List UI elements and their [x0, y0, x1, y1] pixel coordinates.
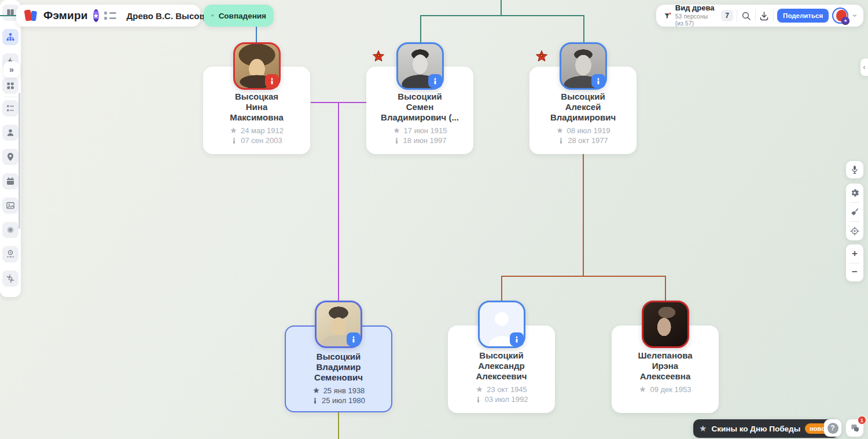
person-name-line: Семен: [366, 102, 473, 112]
connector-line: [583, 15, 584, 45]
sidebar-item-dna[interactable]: [2, 270, 19, 287]
birth-star-icon: [556, 127, 564, 134]
birth-star-icon: [639, 386, 646, 393]
question-icon: ?: [827, 423, 838, 434]
sidebar-item-fan-chart[interactable]: [2, 222, 19, 238]
skins-label: Скины ко Дню Победы: [711, 425, 800, 433]
sidebar-expand-button[interactable]: »: [3, 61, 20, 78]
death-date: 18 июн 1997: [403, 136, 447, 145]
sidebar-item-person[interactable]: [2, 125, 19, 141]
view-title: Вид древа: [675, 4, 718, 13]
header-view-pill: Вид древа 53 персоны (из 57) 7 Поделитьс…: [656, 5, 863, 27]
broom-icon: [849, 207, 860, 217]
person-name-line: Высоцкий: [529, 92, 637, 102]
person-name-line: Ирэна: [612, 361, 719, 371]
sidebar-scrollbar[interactable]: [19, 93, 20, 229]
red-star-skin-icon: [535, 50, 549, 64]
lists-icon: [5, 103, 16, 114]
photos-icon: [5, 200, 16, 211]
birth-date: 08 июл 1919: [567, 126, 610, 135]
sidebar-item-family-tree[interactable]: [2, 29, 19, 45]
deceased-candle-badge: [591, 74, 605, 88]
calendar-icon: [5, 176, 16, 186]
filter-funnel-icon[interactable]: [663, 10, 672, 22]
person-name-line: Высоцкий: [448, 350, 555, 361]
birth-star-icon: [312, 387, 320, 394]
sidebar-divider: [3, 97, 17, 97]
candle-icon: [594, 77, 602, 85]
clean-tree-button[interactable]: [846, 203, 863, 221]
fan-chart-icon: [5, 225, 16, 235]
deceased-candle-badge: [265, 74, 279, 88]
zoom-out-button[interactable]: −: [846, 263, 863, 281]
candle-icon: [350, 335, 358, 343]
connector-line: [665, 276, 666, 302]
victory-day-skins-button[interactable]: ★ Скины ко Дню Победы новое: [693, 419, 839, 438]
app-logo-icon[interactable]: [24, 9, 38, 23]
sidebar-item-calendar[interactable]: [2, 173, 19, 189]
center-tree-button[interactable]: [846, 222, 863, 240]
person-photo[interactable]: [642, 301, 689, 348]
birth-date: 24 мар 1912: [241, 126, 284, 135]
connector-line: [583, 154, 584, 276]
premium-star-icon[interactable]: ★: [93, 9, 99, 22]
microphone-button[interactable]: [846, 161, 863, 178]
matches-button[interactable]: Совпадения: [204, 5, 274, 27]
birth-date: 25 янв 1938: [323, 386, 365, 395]
person-name-line: Алексеевич: [448, 371, 555, 382]
person-name-line: Нина: [203, 102, 310, 112]
download-button[interactable]: [759, 10, 770, 21]
chat-icon: [849, 423, 860, 434]
birth-date: 17 июн 1915: [404, 126, 447, 135]
family-tree-icon: [5, 32, 16, 42]
death-candle-icon: [393, 137, 400, 145]
header-brand-pill: Фэмири ★ Древо В.С. Высоцкого: [16, 5, 200, 27]
tree-list-icon[interactable]: [104, 12, 116, 20]
user-avatar[interactable]: ★: [832, 8, 848, 24]
star-icon: ★: [699, 423, 707, 434]
sidebar-item-lists[interactable]: [2, 100, 19, 116]
person-name-line: Владимирович: [529, 112, 637, 123]
death-candle-icon: [558, 137, 564, 145]
person-name-line: Высоцкий: [366, 92, 473, 102]
zoom-in-button[interactable]: +: [846, 244, 863, 263]
search-button[interactable]: [741, 10, 752, 21]
sidebar-item-places[interactable]: [2, 149, 19, 165]
chat-button[interactable]: 1: [846, 419, 863, 437]
center-target-icon: [849, 226, 860, 236]
share-button[interactable]: Поделиться: [777, 9, 829, 23]
microphone-icon: [849, 164, 860, 175]
places-icon: [5, 152, 16, 162]
deceased-candle-badge: [510, 332, 524, 346]
death-date: 25 июл 1980: [322, 396, 365, 405]
right-panel-collapse-handle[interactable]: ‹: [860, 58, 868, 76]
sidebar-item-apps[interactable]: [2, 78, 19, 94]
birth-star-icon: [230, 127, 237, 134]
counter-badge: 7: [721, 10, 733, 21]
connector-line: [501, 0, 502, 16]
matches-label: Совпадения: [219, 12, 266, 20]
connector-line: [501, 276, 502, 302]
sidebar-item-timeline[interactable]: [2, 246, 19, 262]
puzzle-icon: [211, 10, 214, 21]
tree-view-info[interactable]: Вид древа 53 персоны (из 57): [675, 4, 718, 27]
sidebar-item-photos[interactable]: [2, 197, 19, 214]
red-star-skin-icon: [372, 50, 385, 64]
chevron-down-icon[interactable]: [852, 12, 858, 20]
deceased-candle-badge: [428, 74, 442, 88]
help-button[interactable]: ?: [824, 419, 841, 437]
death-date: 28 окт 1977: [568, 136, 608, 145]
person-name-line: Алексеевна: [612, 371, 719, 382]
search-icon: [741, 10, 752, 21]
settings-button[interactable]: [846, 184, 863, 202]
avatar-premium-star-icon: ★: [841, 17, 849, 25]
person-icon: [5, 127, 16, 138]
person-name-line: Владимирович (...: [366, 112, 473, 123]
connector-line: [501, 276, 666, 277]
deceased-candle-badge: [347, 332, 361, 346]
app-logo-text[interactable]: Фэмири: [43, 9, 88, 22]
chat-unread-badge: 1: [858, 416, 866, 425]
zoom-in-glyph: +: [852, 248, 858, 259]
view-subtitle: 53 персоны (из 57): [675, 13, 718, 27]
zoom-controls: + −: [846, 244, 863, 281]
